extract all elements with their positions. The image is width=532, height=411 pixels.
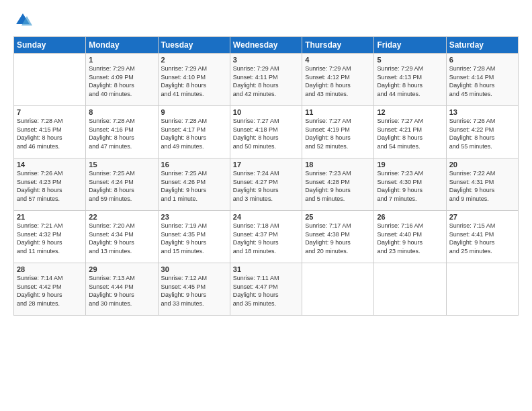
day-number: 22 bbox=[89, 213, 154, 221]
day-info: Sunrise: 7:27 AM Sunset: 4:19 PM Dayligh… bbox=[305, 117, 371, 150]
calendar-week-row: 1Sunrise: 7:29 AM Sunset: 4:09 PM Daylig… bbox=[14, 54, 519, 106]
day-info: Sunrise: 7:18 AM Sunset: 4:37 PM Dayligh… bbox=[233, 222, 299, 255]
calendar-week-row: 28Sunrise: 7:14 AM Sunset: 4:42 PM Dayli… bbox=[14, 263, 519, 316]
calendar-day-cell: 27Sunrise: 7:15 AM Sunset: 4:41 PM Dayli… bbox=[446, 211, 518, 263]
page: SundayMondayTuesdayWednesdayThursdayFrid… bbox=[0, 0, 532, 411]
day-info: Sunrise: 7:22 AM Sunset: 4:31 PM Dayligh… bbox=[449, 169, 515, 203]
calendar-body: 1Sunrise: 7:29 AM Sunset: 4:09 PM Daylig… bbox=[14, 54, 519, 316]
calendar-day-cell: 25Sunrise: 7:17 AM Sunset: 4:38 PM Dayli… bbox=[302, 211, 374, 263]
calendar-day-cell: 2Sunrise: 7:29 AM Sunset: 4:10 PM Daylig… bbox=[158, 54, 230, 106]
day-number: 19 bbox=[377, 161, 443, 169]
day-info: Sunrise: 7:27 AM Sunset: 4:18 PM Dayligh… bbox=[233, 117, 299, 150]
calendar-header-cell: Tuesday bbox=[158, 37, 230, 54]
day-number: 31 bbox=[233, 265, 299, 273]
day-info: Sunrise: 7:19 AM Sunset: 4:35 PM Dayligh… bbox=[161, 222, 227, 255]
day-number: 12 bbox=[377, 108, 443, 116]
day-info: Sunrise: 7:24 AM Sunset: 4:27 PM Dayligh… bbox=[233, 169, 299, 203]
day-info: Sunrise: 7:29 AM Sunset: 4:09 PM Dayligh… bbox=[89, 64, 154, 98]
calendar-day-cell: 14Sunrise: 7:26 AM Sunset: 4:23 PM Dayli… bbox=[14, 158, 86, 211]
calendar-day-cell: 11Sunrise: 7:27 AM Sunset: 4:19 PM Dayli… bbox=[302, 106, 374, 158]
day-info: Sunrise: 7:12 AM Sunset: 4:45 PM Dayligh… bbox=[161, 274, 227, 308]
day-number: 27 bbox=[449, 213, 515, 221]
calendar-day-cell bbox=[302, 263, 374, 316]
calendar-header-cell: Saturday bbox=[446, 37, 518, 54]
calendar-day-cell: 10Sunrise: 7:27 AM Sunset: 4:18 PM Dayli… bbox=[230, 106, 302, 158]
day-info: Sunrise: 7:28 AM Sunset: 4:16 PM Dayligh… bbox=[89, 117, 154, 150]
calendar-week-row: 14Sunrise: 7:26 AM Sunset: 4:23 PM Dayli… bbox=[14, 158, 519, 211]
day-info: Sunrise: 7:21 AM Sunset: 4:32 PM Dayligh… bbox=[17, 222, 83, 255]
day-number: 4 bbox=[305, 56, 371, 64]
calendar-day-cell: 22Sunrise: 7:20 AM Sunset: 4:34 PM Dayli… bbox=[86, 211, 158, 263]
calendar-day-cell: 13Sunrise: 7:26 AM Sunset: 4:22 PM Dayli… bbox=[446, 106, 518, 158]
calendar-day-cell: 12Sunrise: 7:27 AM Sunset: 4:21 PM Dayli… bbox=[374, 106, 446, 158]
day-info: Sunrise: 7:17 AM Sunset: 4:38 PM Dayligh… bbox=[305, 222, 371, 255]
day-number: 20 bbox=[449, 161, 515, 169]
day-number: 23 bbox=[161, 213, 227, 221]
day-number: 29 bbox=[89, 265, 154, 273]
day-number: 1 bbox=[89, 56, 154, 64]
day-number: 25 bbox=[305, 213, 371, 221]
day-info: Sunrise: 7:14 AM Sunset: 4:42 PM Dayligh… bbox=[17, 274, 83, 308]
calendar-header-cell: Wednesday bbox=[230, 37, 302, 54]
calendar-day-cell: 16Sunrise: 7:25 AM Sunset: 4:26 PM Dayli… bbox=[158, 158, 230, 211]
day-number: 26 bbox=[377, 213, 443, 221]
calendar-header-cell: Thursday bbox=[302, 37, 374, 54]
day-number: 24 bbox=[233, 213, 299, 221]
day-number: 15 bbox=[89, 161, 154, 169]
calendar-day-cell: 19Sunrise: 7:23 AM Sunset: 4:30 PM Dayli… bbox=[374, 158, 446, 211]
calendar-day-cell: 20Sunrise: 7:22 AM Sunset: 4:31 PM Dayli… bbox=[446, 158, 518, 211]
day-info: Sunrise: 7:25 AM Sunset: 4:24 PM Dayligh… bbox=[89, 169, 154, 203]
calendar-day-cell: 18Sunrise: 7:23 AM Sunset: 4:28 PM Dayli… bbox=[302, 158, 374, 211]
day-number: 6 bbox=[449, 56, 515, 64]
calendar-day-cell: 8Sunrise: 7:28 AM Sunset: 4:16 PM Daylig… bbox=[86, 106, 158, 158]
day-info: Sunrise: 7:25 AM Sunset: 4:26 PM Dayligh… bbox=[161, 169, 227, 203]
calendar-day-cell: 9Sunrise: 7:28 AM Sunset: 4:17 PM Daylig… bbox=[158, 106, 230, 158]
day-info: Sunrise: 7:11 AM Sunset: 4:47 PM Dayligh… bbox=[233, 274, 299, 308]
calendar-day-cell: 7Sunrise: 7:28 AM Sunset: 4:15 PM Daylig… bbox=[14, 106, 86, 158]
calendar-table: SundayMondayTuesdayWednesdayThursdayFrid… bbox=[13, 36, 519, 316]
day-info: Sunrise: 7:29 AM Sunset: 4:13 PM Dayligh… bbox=[377, 64, 443, 98]
day-info: Sunrise: 7:26 AM Sunset: 4:23 PM Dayligh… bbox=[17, 169, 83, 203]
calendar-day-cell: 5Sunrise: 7:29 AM Sunset: 4:13 PM Daylig… bbox=[374, 54, 446, 106]
day-number: 13 bbox=[449, 108, 515, 116]
day-info: Sunrise: 7:27 AM Sunset: 4:21 PM Dayligh… bbox=[377, 117, 443, 150]
day-info: Sunrise: 7:28 AM Sunset: 4:15 PM Dayligh… bbox=[17, 117, 83, 150]
day-info: Sunrise: 7:23 AM Sunset: 4:30 PM Dayligh… bbox=[377, 169, 443, 203]
day-number: 7 bbox=[17, 108, 83, 116]
calendar-header-cell: Friday bbox=[374, 37, 446, 54]
day-number: 30 bbox=[161, 265, 227, 273]
header bbox=[13, 11, 519, 30]
calendar-day-cell: 29Sunrise: 7:13 AM Sunset: 4:44 PM Dayli… bbox=[86, 263, 158, 316]
calendar-header-cell: Monday bbox=[86, 37, 158, 54]
calendar-day-cell: 24Sunrise: 7:18 AM Sunset: 4:37 PM Dayli… bbox=[230, 211, 302, 263]
day-info: Sunrise: 7:15 AM Sunset: 4:41 PM Dayligh… bbox=[449, 222, 515, 255]
day-number: 3 bbox=[233, 56, 299, 64]
day-number: 16 bbox=[161, 161, 227, 169]
day-info: Sunrise: 7:29 AM Sunset: 4:10 PM Dayligh… bbox=[161, 64, 227, 98]
day-number: 18 bbox=[305, 161, 371, 169]
calendar-day-cell: 6Sunrise: 7:28 AM Sunset: 4:14 PM Daylig… bbox=[446, 54, 518, 106]
day-number: 21 bbox=[17, 213, 83, 221]
calendar-day-cell: 3Sunrise: 7:29 AM Sunset: 4:11 PM Daylig… bbox=[230, 54, 302, 106]
calendar-day-cell: 15Sunrise: 7:25 AM Sunset: 4:24 PM Dayli… bbox=[86, 158, 158, 211]
logo-icon bbox=[13, 11, 32, 30]
day-number: 2 bbox=[161, 56, 227, 64]
calendar-header-row: SundayMondayTuesdayWednesdayThursdayFrid… bbox=[14, 37, 519, 54]
day-info: Sunrise: 7:13 AM Sunset: 4:44 PM Dayligh… bbox=[89, 274, 154, 308]
day-number: 8 bbox=[89, 108, 154, 116]
calendar-day-cell: 21Sunrise: 7:21 AM Sunset: 4:32 PM Dayli… bbox=[14, 211, 86, 263]
calendar-day-cell: 26Sunrise: 7:16 AM Sunset: 4:40 PM Dayli… bbox=[374, 211, 446, 263]
calendar-day-cell: 4Sunrise: 7:29 AM Sunset: 4:12 PM Daylig… bbox=[302, 54, 374, 106]
day-number: 9 bbox=[161, 108, 227, 116]
day-info: Sunrise: 7:28 AM Sunset: 4:14 PM Dayligh… bbox=[449, 64, 515, 98]
calendar-day-cell: 30Sunrise: 7:12 AM Sunset: 4:45 PM Dayli… bbox=[158, 263, 230, 316]
calendar-header-cell: Sunday bbox=[14, 37, 86, 54]
calendar-day-cell: 28Sunrise: 7:14 AM Sunset: 4:42 PM Dayli… bbox=[14, 263, 86, 316]
day-info: Sunrise: 7:16 AM Sunset: 4:40 PM Dayligh… bbox=[377, 222, 443, 255]
day-number: 14 bbox=[17, 161, 83, 169]
calendar-week-row: 7Sunrise: 7:28 AM Sunset: 4:15 PM Daylig… bbox=[14, 106, 519, 158]
day-number: 28 bbox=[17, 265, 83, 273]
day-info: Sunrise: 7:29 AM Sunset: 4:11 PM Dayligh… bbox=[233, 64, 299, 98]
day-info: Sunrise: 7:28 AM Sunset: 4:17 PM Dayligh… bbox=[161, 117, 227, 150]
calendar-day-cell: 23Sunrise: 7:19 AM Sunset: 4:35 PM Dayli… bbox=[158, 211, 230, 263]
